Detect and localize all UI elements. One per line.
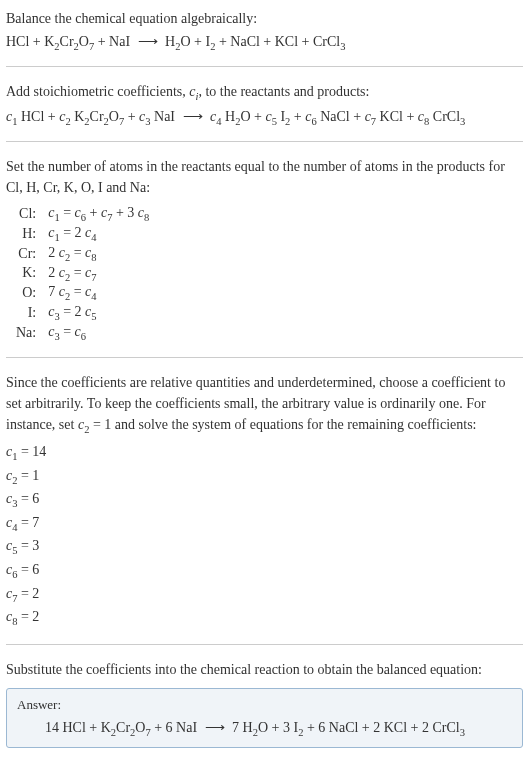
coeff-line: c2 = 1 xyxy=(6,465,523,489)
element-label: Cr: xyxy=(10,244,42,264)
coeff-line: c5 = 3 xyxy=(6,535,523,559)
coeff-line: c6 = 6 xyxy=(6,559,523,583)
coeff-line: c3 = 6 xyxy=(6,488,523,512)
stoich-equation: c1 HCl + c2 K2Cr2O7 + c3 NaI ⟶ c4 H2O + … xyxy=(6,108,523,127)
coeff-line: c7 = 2 xyxy=(6,583,523,607)
substitute-section: Substitute the coefficients into the che… xyxy=(6,659,523,749)
atoms-section: Set the number of atoms in the reactants… xyxy=(6,156,523,343)
divider xyxy=(6,66,523,67)
substitute-text: Substitute the coefficients into the che… xyxy=(6,659,523,680)
atoms-table: Cl:c1 = c6 + c7 + 3 c8 H:c1 = 2 c4 Cr:2 … xyxy=(10,204,155,343)
stoich-text-a: Add stoichiometric coefficients, xyxy=(6,84,189,99)
solve-section: Since the coefficients are relative quan… xyxy=(6,372,523,630)
balanced-equation: 14 HCl + K2Cr2O7 + 6 NaI ⟶ 7 H2O + 3 I2 … xyxy=(17,719,512,738)
element-equation: c3 = c6 xyxy=(42,323,155,343)
element-equation: 2 c2 = c7 xyxy=(42,264,155,284)
stoich-text: Add stoichiometric coefficients, ci, to … xyxy=(6,81,523,105)
table-row: O:7 c2 = c4 xyxy=(10,283,155,303)
intro-text: Balance the chemical equation algebraica… xyxy=(6,8,523,29)
element-label: K: xyxy=(10,264,42,284)
element-label: Na: xyxy=(10,323,42,343)
divider xyxy=(6,141,523,142)
table-row: H:c1 = 2 c4 xyxy=(10,224,155,244)
table-row: I:c3 = 2 c5 xyxy=(10,303,155,323)
element-equation: 7 c2 = c4 xyxy=(42,283,155,303)
table-row: K:2 c2 = c7 xyxy=(10,264,155,284)
table-row: Cl:c1 = c6 + c7 + 3 c8 xyxy=(10,204,155,224)
answer-box: Answer: 14 HCl + K2Cr2O7 + 6 NaI ⟶ 7 H2O… xyxy=(6,688,523,749)
element-equation: c1 = 2 c4 xyxy=(42,224,155,244)
coefficients-list: c1 = 14 c2 = 1 c3 = 6 c4 = 7 c5 = 3 c6 =… xyxy=(6,441,523,629)
element-equation: c3 = 2 c5 xyxy=(42,303,155,323)
table-row: Cr:2 c2 = c8 xyxy=(10,244,155,264)
answer-label: Answer: xyxy=(17,697,512,713)
element-label: O: xyxy=(10,283,42,303)
coeff-line: c1 = 14 xyxy=(6,441,523,465)
divider xyxy=(6,644,523,645)
intro-section: Balance the chemical equation algebraica… xyxy=(6,8,523,52)
solve-intro-text: Since the coefficients are relative quan… xyxy=(6,372,523,438)
coeff-line: c8 = 2 xyxy=(6,606,523,630)
atoms-intro-text: Set the number of atoms in the reactants… xyxy=(6,156,523,198)
unbalanced-equation: HCl + K2Cr2O7 + NaI ⟶ H2O + I2 + NaCl + … xyxy=(6,33,523,52)
stoich-section: Add stoichiometric coefficients, ci, to … xyxy=(6,81,523,127)
divider xyxy=(6,357,523,358)
element-equation: 2 c2 = c8 xyxy=(42,244,155,264)
stoich-text-b: , to the reactants and products: xyxy=(198,84,369,99)
table-row: Na:c3 = c6 xyxy=(10,323,155,343)
element-label: H: xyxy=(10,224,42,244)
element-label: Cl: xyxy=(10,204,42,224)
element-equation: c1 = c6 + c7 + 3 c8 xyxy=(42,204,155,224)
element-label: I: xyxy=(10,303,42,323)
coeff-line: c4 = 7 xyxy=(6,512,523,536)
